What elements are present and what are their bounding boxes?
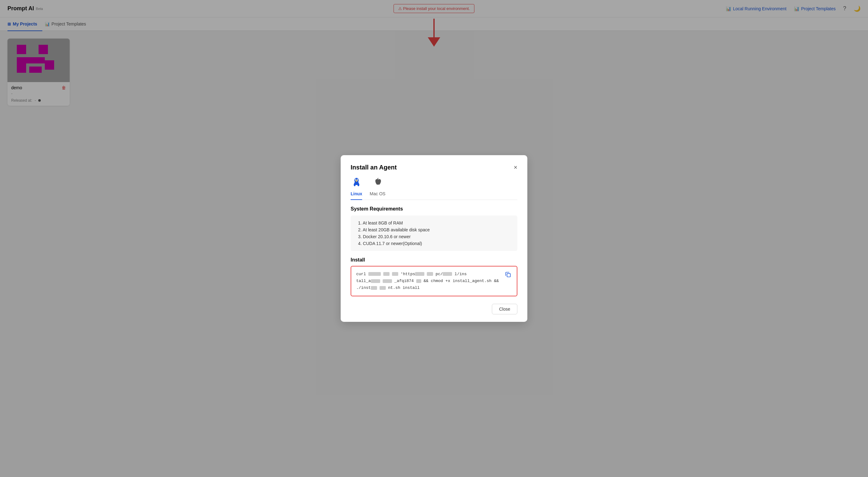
linux-icon — [351, 177, 362, 189]
modal-header: Install an Agent × — [351, 164, 517, 171]
copy-command-button[interactable] — [504, 271, 512, 280]
os-tabs: Linux Mac OS — [351, 177, 517, 200]
modal-footer: Close — [351, 304, 517, 314]
cmd-blurred-11 — [379, 286, 386, 290]
cmd-blurred-9 — [416, 279, 421, 283]
install-command-text: curl 'https pc/ l/ins tall_a _afqi874 &&… — [356, 271, 501, 291]
req-item-3: 3. Docker 20.10.6 or newer — [357, 234, 511, 239]
cmd-blurred-6 — [443, 272, 452, 276]
cmd-talla: tall_a — [356, 279, 371, 283]
cmd-https: 'https — [400, 272, 415, 277]
copy-icon — [505, 272, 511, 278]
cmd-pc: pc/ — [436, 272, 443, 277]
cmd-blurred-2 — [383, 272, 390, 276]
install-title: Install — [351, 257, 517, 263]
cmd-inst: ./inst — [356, 285, 371, 290]
svg-rect-18 — [507, 274, 510, 277]
os-tab-macos[interactable]: Mac OS — [370, 177, 385, 200]
cmd-blurred-1 — [368, 272, 381, 276]
cmd-blurred-7 — [371, 279, 380, 283]
req-item-4: 4. CUDA 11.7 or newer(Optional) — [357, 241, 511, 246]
svg-point-17 — [358, 183, 359, 186]
cmd-l-ins: l/ins — [455, 272, 467, 277]
requirements-box: 1. At least 8GB of RAM 2. At least 20GB … — [351, 216, 517, 251]
cmd-blurred-5 — [427, 272, 433, 276]
close-modal-button[interactable]: Close — [492, 304, 517, 314]
cmd-blurred-8 — [383, 279, 392, 283]
system-requirements-title: System Requirements — [351, 206, 517, 212]
svg-point-16 — [354, 183, 355, 186]
modal-overlay[interactable]: Install an Agent × — [0, 0, 868, 477]
cmd-blurred-4 — [415, 272, 424, 276]
svg-point-15 — [355, 180, 358, 182]
linux-tab-label: Linux — [351, 191, 362, 196]
cmd-afqi: _afqi874 — [394, 279, 416, 283]
modal-title: Install an Agent — [351, 164, 397, 171]
install-agent-modal: Install an Agent × — [341, 155, 527, 322]
cmd-curl: curl — [356, 272, 368, 277]
modal-close-button[interactable]: × — [514, 164, 517, 170]
cmd-nt-sh: nt.sh install — [388, 285, 420, 290]
req-item-2: 2. At least 20GB available disk space — [357, 227, 511, 232]
install-command-box: curl 'https pc/ l/ins tall_a _afqi874 &&… — [351, 266, 517, 296]
macos-tab-label: Mac OS — [370, 191, 385, 196]
cmd-blurred-3 — [392, 272, 398, 276]
os-tab-linux[interactable]: Linux — [351, 177, 362, 200]
svg-point-14 — [357, 180, 358, 180]
cmd-chmod: && chmod +x install_agent.sh && — [424, 279, 499, 283]
svg-point-13 — [355, 180, 356, 180]
requirements-list: 1. At least 8GB of RAM 2. At least 20GB … — [357, 220, 511, 246]
apple-icon — [373, 177, 383, 189]
cmd-blurred-10 — [371, 286, 377, 290]
req-item-1: 1. At least 8GB of RAM — [357, 220, 511, 225]
